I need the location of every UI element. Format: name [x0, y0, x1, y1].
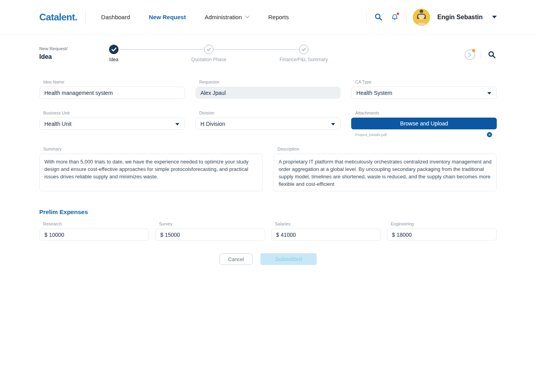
step-quotation-check-icon[interactable] — [204, 45, 213, 54]
ca-type-field-group: CA Type Health System — [351, 80, 497, 99]
breadcrumb: New Request/ Idea — [39, 46, 67, 60]
idea-name-field-group: Idea Name — [39, 80, 185, 99]
browse-upload-button[interactable]: Browse and Upload — [351, 118, 497, 129]
caret-down-icon — [331, 123, 335, 125]
prelim-expenses-title: Prelim Expenses — [39, 209, 497, 216]
business-unit-label: Business Unit — [43, 111, 185, 115]
research-input[interactable] — [39, 229, 149, 241]
salaries-label: Salaries — [275, 221, 381, 226]
ca-type-label: CA Type — [355, 80, 497, 84]
catalent-logo[interactable]: Catalent. — [39, 12, 77, 23]
nav-dashboard[interactable]: Dashboard — [101, 14, 130, 20]
form-actions: Cancel Submitted — [39, 253, 497, 265]
next-step-button[interactable] — [465, 49, 475, 60]
research-field-group: Research — [39, 221, 149, 241]
main-nav: Dashboard New Request Administration Rep… — [101, 14, 289, 20]
chevron-right-icon — [468, 53, 472, 57]
step-quotation-label: Quotation Phase — [191, 57, 226, 62]
step-finance-check-icon[interactable] — [299, 45, 308, 54]
step-quotation-phase[interactable]: Quotation Phase — [204, 45, 213, 54]
salaries-field-group: Salaries — [271, 221, 381, 241]
submit-button[interactable]: Submitted — [261, 253, 317, 265]
page-title: Idea — [39, 53, 67, 60]
nav-administration-label: Administration — [204, 14, 242, 20]
divider — [366, 12, 367, 22]
description-textarea[interactable]: A proprietary IT platform that meticulou… — [273, 154, 497, 191]
survey-label: Survey — [159, 221, 265, 226]
user-name[interactable]: Engin Sebastin — [437, 14, 483, 21]
main-content: New Request/ Idea Idea Quotation Phase — [0, 45, 536, 265]
requestor-input — [195, 87, 341, 99]
caret-down-icon — [175, 123, 179, 125]
ca-type-select[interactable]: Health System — [351, 87, 497, 99]
research-label: Research — [43, 221, 149, 226]
divider — [85, 10, 86, 25]
top-nav-bar: Catalent. Dashboard New Request Administ… — [0, 0, 536, 34]
page-search-button[interactable] — [487, 50, 497, 60]
cancel-button[interactable]: Cancel — [219, 253, 253, 265]
description-label: Description — [277, 147, 497, 151]
close-icon — [489, 134, 491, 136]
summary-label: Summary — [43, 147, 263, 151]
engineering-field-group: Engineering — [387, 221, 497, 241]
header-right: Engin Sebastin — [366, 9, 497, 26]
attachments-field-group: Attachments Browse and Upload Project_De… — [351, 111, 497, 137]
business-unit-field-group: Business Unit Health Unit — [39, 111, 185, 137]
divider — [406, 12, 407, 22]
step-idea-check-icon[interactable] — [109, 45, 119, 54]
summary-field-group: Summary With more than 5,000 trials to d… — [39, 147, 263, 193]
chevron-down-icon — [245, 16, 250, 18]
notifications-button[interactable] — [390, 12, 400, 22]
caret-down-icon — [487, 92, 491, 94]
summary-textarea[interactable]: With more than 5,000 trials to date, we … — [39, 154, 263, 191]
divider — [481, 51, 481, 59]
nav-administration[interactable]: Administration — [204, 14, 249, 20]
breadcrumb-path[interactable]: New Request/ — [39, 46, 67, 51]
engineering-input[interactable] — [387, 229, 497, 241]
avatar-image — [413, 9, 430, 26]
search-icon — [488, 51, 496, 59]
description-field-group: Description A proprietary IT platform th… — [273, 147, 497, 193]
remove-file-button[interactable] — [487, 132, 492, 137]
stepper: Idea Quotation Phase Finance/P&L Summary — [109, 45, 308, 54]
nav-new-request[interactable]: New Request — [149, 14, 186, 20]
page-header-row: New Request/ Idea Idea Quotation Phase — [39, 45, 497, 75]
business-unit-value: Health Unit — [44, 121, 71, 127]
division-value: H Division — [201, 121, 225, 127]
division-select[interactable]: H Division — [195, 118, 341, 130]
requestor-label: Requestor — [199, 80, 341, 84]
page-actions — [465, 49, 497, 60]
survey-input[interactable] — [155, 229, 265, 241]
division-field-group: Division H Division — [195, 111, 341, 137]
avatar[interactable] — [413, 9, 430, 26]
requestor-field-group: Requestor — [195, 80, 341, 99]
form-row-3: Summary With more than 5,000 trials to d… — [39, 147, 497, 193]
user-menu-caret-icon[interactable] — [492, 16, 497, 18]
form-row-2: Business Unit Health Unit Division H Div… — [39, 111, 497, 137]
business-unit-select[interactable]: Health Unit — [39, 118, 185, 130]
nav-reports[interactable]: Reports — [268, 14, 289, 20]
ca-type-value: Health System — [356, 90, 392, 96]
stepper-connector — [213, 49, 299, 50]
form-row-1: Idea Name Requestor CA Type Health Syste… — [39, 80, 497, 99]
search-button[interactable] — [373, 12, 383, 22]
salaries-input[interactable] — [271, 229, 381, 241]
search-icon — [374, 13, 383, 21]
attached-file-row: Project_Details.pdf — [351, 132, 497, 137]
attached-file-name: Project_Details.pdf — [355, 132, 387, 137]
step-finance-label: Finance/P&L Summary — [280, 57, 328, 62]
division-label: Division — [199, 111, 341, 115]
idea-name-label: Idea Name — [43, 80, 185, 84]
notification-dot — [397, 13, 399, 15]
attachments-label: Attachments — [355, 111, 497, 115]
prelim-expenses-row: Research Survey Salaries Engineering — [39, 221, 497, 241]
step-finance-summary[interactable]: Finance/P&L Summary — [299, 45, 308, 54]
stepper-connector — [119, 49, 204, 50]
idea-name-input[interactable] — [39, 87, 185, 99]
step-idea[interactable]: Idea — [109, 45, 119, 54]
step-idea-label: Idea — [109, 57, 118, 62]
engineering-label: Engineering — [391, 221, 497, 226]
alert-dot — [472, 49, 475, 52]
survey-field-group: Survey — [155, 221, 265, 241]
